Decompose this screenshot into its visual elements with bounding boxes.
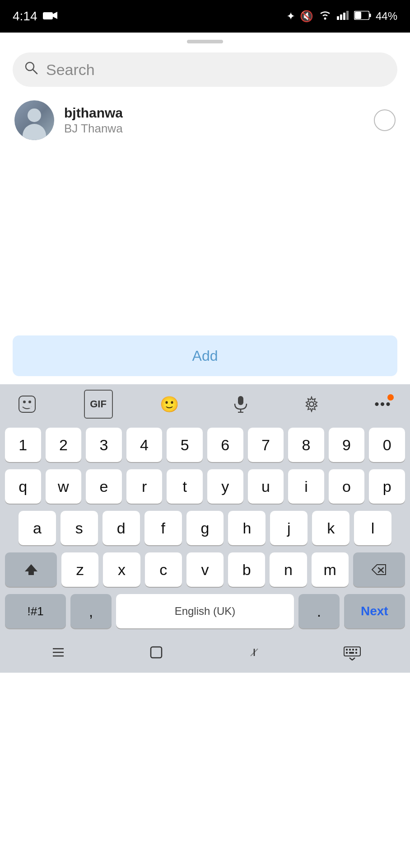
drag-handle-bar <box>187 40 223 43</box>
svg-rect-33 <box>349 652 354 654</box>
bluetooth-icon: ✦ <box>286 10 295 23</box>
notification-dot <box>387 394 394 401</box>
key-k[interactable]: k <box>312 511 349 545</box>
add-button-wrapper: Add <box>0 327 410 384</box>
shift-key[interactable] <box>5 552 57 587</box>
keyboard-toolbar: GIF 🙂 ••• <box>0 384 410 424</box>
svg-rect-12 <box>19 396 35 412</box>
key-7[interactable]: 7 <box>248 428 284 462</box>
svg-rect-9 <box>369 14 371 17</box>
key-r[interactable]: r <box>126 469 163 504</box>
key-b[interactable]: b <box>228 552 265 587</box>
svg-rect-34 <box>355 652 357 654</box>
mute-icon: 🔇 <box>300 10 313 23</box>
svg-rect-29 <box>349 649 351 651</box>
key-5[interactable]: 5 <box>167 428 203 462</box>
comma-key[interactable]: , <box>70 594 111 628</box>
add-button[interactable]: Add <box>13 335 397 376</box>
key-m[interactable]: m <box>312 552 349 587</box>
key-j[interactable]: j <box>270 511 308 545</box>
settings-icon[interactable] <box>297 390 326 419</box>
svg-rect-28 <box>346 649 348 651</box>
back-nav-button[interactable] <box>38 639 79 666</box>
key-3[interactable]: 3 <box>86 428 122 462</box>
status-time: 4:14 <box>13 9 37 24</box>
key-h[interactable]: h <box>228 511 266 545</box>
svg-rect-25 <box>151 647 162 658</box>
home-nav-button[interactable] <box>136 639 177 666</box>
key-6[interactable]: 6 <box>207 428 243 462</box>
key-i[interactable]: i <box>288 469 324 504</box>
contact-username: bjthanwa <box>64 105 364 121</box>
svg-line-11 <box>33 70 37 74</box>
key-f[interactable]: f <box>144 511 182 545</box>
contact-item[interactable]: bjthanwa BJ Thanwa <box>9 94 401 146</box>
key-c[interactable]: c <box>145 552 182 587</box>
key-p[interactable]: p <box>369 469 405 504</box>
svg-rect-31 <box>355 649 357 651</box>
key-g[interactable]: g <box>186 511 224 545</box>
recents-nav-button[interactable] <box>234 639 275 666</box>
qwerty-row1: q w e r t y u i o p <box>0 466 410 507</box>
key-2[interactable]: 2 <box>46 428 82 462</box>
key-e[interactable]: e <box>86 469 122 504</box>
key-n[interactable]: n <box>270 552 307 587</box>
more-options-icon[interactable]: ••• <box>368 390 397 419</box>
contact-select-radio[interactable] <box>374 109 396 131</box>
keyboard-bottom-row: !#1 , English (UK) . Next <box>0 590 410 632</box>
key-s[interactable]: s <box>61 511 98 545</box>
svg-rect-4 <box>340 14 342 20</box>
svg-point-18 <box>309 402 314 406</box>
status-bar: 4:14 ✦ 🔇 44% <box>0 0 410 33</box>
key-x[interactable]: x <box>103 552 140 587</box>
key-9[interactable]: 9 <box>329 428 365 462</box>
contact-list: bjthanwa BJ Thanwa <box>0 94 410 146</box>
key-4[interactable]: 4 <box>126 428 163 462</box>
key-1[interactable]: 1 <box>5 428 41 462</box>
key-y[interactable]: y <box>207 469 243 504</box>
drag-handle[interactable] <box>0 33 410 48</box>
period-key[interactable]: . <box>298 594 339 628</box>
signal-icon <box>337 10 349 23</box>
keyboard: GIF 🙂 ••• 1 2 3 4 5 6 7 8 <box>0 384 410 673</box>
gif-button[interactable]: GIF <box>84 390 113 419</box>
key-d[interactable]: d <box>102 511 140 545</box>
key-8[interactable]: 8 <box>288 428 324 462</box>
svg-point-13 <box>23 401 26 403</box>
key-v[interactable]: v <box>186 552 224 587</box>
svg-rect-15 <box>238 396 243 405</box>
key-q[interactable]: q <box>5 469 41 504</box>
key-t[interactable]: t <box>167 469 203 504</box>
key-0[interactable]: 0 <box>369 428 405 462</box>
symbols-key[interactable]: !#1 <box>5 594 66 628</box>
contact-info: bjthanwa BJ Thanwa <box>64 105 364 136</box>
search-bar-wrapper <box>0 48 410 94</box>
key-z[interactable]: z <box>61 552 98 587</box>
camera-icon <box>43 9 57 24</box>
number-row: 1 2 3 4 5 6 7 8 9 0 <box>0 424 410 466</box>
qwerty-row2: a s d f g h j k l <box>0 507 410 549</box>
wifi-icon <box>318 10 332 23</box>
backspace-key[interactable] <box>353 552 405 587</box>
emoji-icon[interactable]: 🙂 <box>155 390 184 419</box>
avatar <box>14 100 54 140</box>
battery-icon <box>354 10 371 23</box>
microphone-icon[interactable] <box>226 390 255 419</box>
bottom-sheet: bjthanwa BJ Thanwa Add <box>0 33 410 384</box>
key-u[interactable]: u <box>248 469 284 504</box>
sticker-icon[interactable] <box>13 390 42 419</box>
keyboard-hide-button[interactable] <box>332 639 373 666</box>
key-a[interactable]: a <box>19 511 56 545</box>
svg-marker-19 <box>25 564 37 575</box>
battery-percent: 44% <box>376 10 397 23</box>
svg-point-2 <box>324 18 326 20</box>
key-w[interactable]: w <box>46 469 82 504</box>
key-l[interactable]: l <box>354 511 391 545</box>
next-key[interactable]: Next <box>344 594 405 628</box>
search-bar <box>13 52 397 87</box>
svg-rect-0 <box>43 12 53 19</box>
spacebar[interactable]: English (UK) <box>116 594 294 628</box>
svg-rect-30 <box>352 649 354 651</box>
search-input[interactable] <box>46 61 387 79</box>
key-o[interactable]: o <box>329 469 365 504</box>
